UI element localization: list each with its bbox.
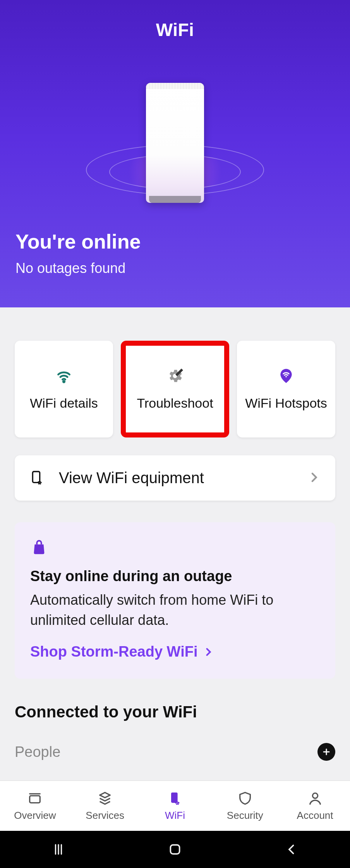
- svg-rect-3: [30, 796, 40, 803]
- services-icon: [97, 790, 113, 806]
- connected-heading: Connected to your WiFi: [15, 703, 335, 721]
- page-title: WiFi: [15, 19, 335, 40]
- add-person-button[interactable]: [317, 743, 335, 761]
- svg-rect-2: [33, 472, 39, 482]
- promo-title: Stay online during an outage: [30, 568, 320, 585]
- tab-account[interactable]: Account: [280, 781, 350, 831]
- tab-account-label: Account: [297, 810, 333, 822]
- promo-link-label: Shop Storm-Ready WiFi: [30, 643, 197, 660]
- view-equipment-row[interactable]: View WiFi equipment: [15, 455, 335, 501]
- svg-rect-4: [171, 793, 178, 803]
- troubleshoot-label: Troubleshoot: [137, 395, 213, 412]
- svg-point-0: [63, 381, 65, 383]
- tab-overview-label: Overview: [14, 810, 56, 822]
- svg-point-1: [285, 376, 287, 377]
- android-back-button[interactable]: [280, 838, 303, 861]
- view-equipment-label: View WiFi equipment: [59, 469, 293, 487]
- tab-wifi[interactable]: WiFi: [140, 781, 210, 831]
- shield-icon: [237, 790, 253, 806]
- android-recents-button[interactable]: [47, 838, 70, 861]
- hotspot-pin-icon: [277, 367, 295, 385]
- bottom-tab-bar: Overview Services WiFi Security Account: [0, 781, 350, 831]
- hero-section: WiFi You're online No outages found: [0, 0, 350, 307]
- status-subtext: No outages found: [15, 260, 335, 276]
- account-icon: [307, 790, 323, 806]
- gear-wrench-icon: [166, 367, 184, 385]
- wifi-hotspots-label: WiFi Hotspots: [245, 395, 327, 412]
- people-label: People: [15, 744, 60, 760]
- quick-action-tiles: WiFi details Troubleshoot: [15, 341, 335, 437]
- tab-wifi-label: WiFi: [165, 810, 185, 822]
- storm-ready-promo: Stay online during an outage Automatical…: [15, 522, 335, 679]
- android-nav-bar: [0, 831, 350, 868]
- svg-rect-6: [170, 845, 179, 854]
- wifi-icon: [55, 367, 73, 385]
- wifi-details-tile[interactable]: WiFi details: [15, 341, 113, 437]
- tab-overview[interactable]: Overview: [0, 781, 70, 831]
- people-row: People: [15, 743, 335, 772]
- router-illustration: [15, 71, 335, 203]
- wifi-hotspots-tile[interactable]: WiFi Hotspots: [237, 341, 335, 437]
- wifi-tab-icon: [167, 790, 183, 806]
- tab-services-label: Services: [86, 810, 124, 822]
- overview-icon: [27, 790, 43, 806]
- bag-icon: [30, 539, 48, 556]
- chevron-right-icon: [203, 647, 214, 657]
- router-icon: [146, 83, 204, 203]
- android-home-button[interactable]: [163, 838, 187, 861]
- tab-security[interactable]: Security: [210, 781, 280, 831]
- status-heading: You're online: [15, 230, 335, 253]
- equipment-icon: [29, 470, 45, 487]
- tab-security-label: Security: [227, 810, 263, 822]
- svg-point-5: [312, 793, 317, 798]
- plus-icon: [322, 747, 331, 756]
- shop-storm-ready-link[interactable]: Shop Storm-Ready WiFi: [30, 643, 320, 660]
- tab-services[interactable]: Services: [70, 781, 140, 831]
- chevron-right-icon: [307, 471, 321, 485]
- promo-body: Automatically switch from home WiFi to u…: [30, 590, 320, 630]
- wifi-details-label: WiFi details: [30, 395, 98, 412]
- troubleshoot-tile[interactable]: Troubleshoot: [121, 341, 229, 437]
